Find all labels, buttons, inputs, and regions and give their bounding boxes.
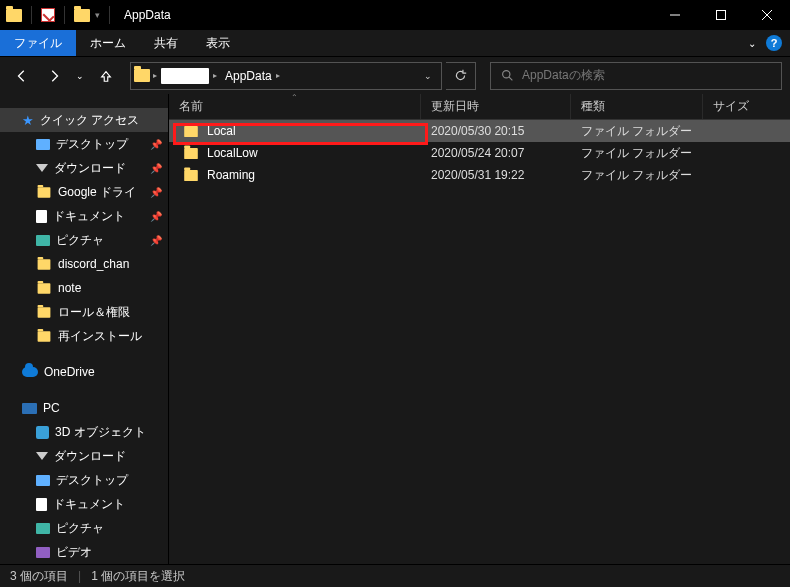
- address-dropdown-icon[interactable]: ⌄: [415, 63, 441, 89]
- file-type: ファイル フォルダー: [571, 123, 703, 140]
- pin-icon: 📌: [150, 235, 162, 246]
- column-header-date[interactable]: 更新日時: [421, 94, 571, 119]
- tab-view[interactable]: 表示: [192, 30, 244, 56]
- sidebar-pc[interactable]: PC: [0, 396, 168, 420]
- sidebar-quick-access[interactable]: ★クイック アクセス: [0, 108, 168, 132]
- status-selected: 1 個の項目を選択: [91, 568, 185, 585]
- tab-share[interactable]: 共有: [140, 30, 192, 56]
- status-count: 3 個の項目: [10, 568, 68, 585]
- sidebar-item-documents[interactable]: ドキュメント📌: [0, 204, 168, 228]
- search-input[interactable]: AppDataの検索: [490, 62, 782, 90]
- file-type: ファイル フォルダー: [571, 167, 703, 184]
- file-date: 2020/05/30 20:15: [421, 124, 571, 138]
- sidebar-onedrive[interactable]: OneDrive: [0, 360, 168, 384]
- pin-icon: 📌: [150, 163, 162, 174]
- folder-icon: [134, 69, 150, 82]
- breadcrumb-user-masked: [161, 68, 209, 84]
- back-button[interactable]: [8, 62, 36, 90]
- close-button[interactable]: [744, 0, 790, 30]
- download-icon: [36, 452, 48, 460]
- pictures-icon: [36, 235, 50, 246]
- folder-icon: [38, 259, 51, 269]
- column-header-type[interactable]: 種類: [571, 94, 703, 119]
- window-title: AppData: [124, 8, 171, 22]
- table-row[interactable]: Roaming2020/05/31 19:22ファイル フォルダー: [169, 164, 790, 186]
- sidebar-item-videos[interactable]: ビデオ: [0, 540, 168, 564]
- sidebar-item-downloads2[interactable]: ダウンロード: [0, 444, 168, 468]
- ribbon: ファイル ホーム 共有 表示 ⌄ ?: [0, 30, 790, 56]
- column-header-name[interactable]: 名前⌃: [169, 94, 421, 119]
- sidebar-item-pictures2[interactable]: ピクチャ: [0, 516, 168, 540]
- sidebar-item-downloads[interactable]: ダウンロード📌: [0, 156, 168, 180]
- svg-point-4: [503, 71, 510, 78]
- tab-file[interactable]: ファイル: [0, 30, 76, 56]
- sidebar-item-discord[interactable]: discord_chan: [0, 252, 168, 276]
- sidebar-item-gdrive[interactable]: Google ドライ📌: [0, 180, 168, 204]
- chevron-right-icon[interactable]: ▸: [276, 71, 280, 80]
- breadcrumb-segment[interactable]: AppData ▸: [221, 63, 284, 89]
- column-header-size[interactable]: サイズ: [703, 94, 790, 119]
- table-row[interactable]: LocalLow2020/05/24 20:07ファイル フォルダー: [169, 142, 790, 164]
- file-date: 2020/05/31 19:22: [421, 168, 571, 182]
- column-header-row: 名前⌃ 更新日時 種類 サイズ: [169, 94, 790, 120]
- svg-line-5: [509, 77, 512, 80]
- address-bar[interactable]: ▸ ▸ AppData ▸ ⌄: [130, 62, 442, 90]
- folder-icon: [184, 147, 198, 158]
- tab-home[interactable]: ホーム: [76, 30, 140, 56]
- sidebar-item-note[interactable]: note: [0, 276, 168, 300]
- breadcrumb-label: AppData: [225, 69, 272, 83]
- sidebar-item-3dobjects[interactable]: 3D オブジェクト: [0, 420, 168, 444]
- pin-icon: 📌: [150, 211, 162, 222]
- document-icon: [36, 210, 47, 223]
- folder-icon: [74, 9, 90, 22]
- folder-icon: [38, 331, 51, 341]
- minimize-button[interactable]: [652, 0, 698, 30]
- file-list: 名前⌃ 更新日時 種類 サイズ Local2020/05/30 20:15ファイ…: [169, 94, 790, 564]
- folder-icon: [38, 187, 51, 197]
- up-button[interactable]: [92, 62, 120, 90]
- sidebar-item-pictures[interactable]: ピクチャ📌: [0, 228, 168, 252]
- folder-icon: [38, 283, 51, 293]
- sidebar: ★クイック アクセス デスクトップ📌 ダウンロード📌 Google ドライ📌 ド…: [0, 94, 169, 564]
- sort-indicator-icon: ⌃: [291, 93, 298, 102]
- video-icon: [36, 547, 50, 558]
- chevron-right-icon[interactable]: ▸: [213, 71, 217, 80]
- folder-icon: [184, 169, 198, 180]
- 3d-icon: [36, 426, 49, 439]
- sidebar-item-desktop[interactable]: デスクトップ📌: [0, 132, 168, 156]
- ribbon-expand-icon[interactable]: ⌄: [748, 38, 756, 49]
- file-date: 2020/05/24 20:07: [421, 146, 571, 160]
- help-icon[interactable]: ?: [766, 35, 782, 51]
- sidebar-item-reinstall[interactable]: 再インストール: [0, 324, 168, 348]
- pin-icon: 📌: [150, 139, 162, 150]
- svg-rect-1: [717, 11, 726, 20]
- breadcrumb-segment[interactable]: ▸: [157, 63, 221, 89]
- folder-icon: [184, 125, 198, 136]
- file-name: Roaming: [207, 168, 255, 182]
- refresh-button[interactable]: [446, 62, 476, 90]
- pin-icon: 📌: [150, 187, 162, 198]
- maximize-button[interactable]: [698, 0, 744, 30]
- file-name: LocalLow: [207, 146, 258, 160]
- download-icon: [36, 164, 48, 172]
- sidebar-item-documents2[interactable]: ドキュメント: [0, 492, 168, 516]
- qat-dropdown-icon[interactable]: ▾: [95, 10, 100, 20]
- sidebar-item-desktop2[interactable]: デスクトップ: [0, 468, 168, 492]
- document-icon: [36, 498, 47, 511]
- navbar: ⌄ ▸ ▸ AppData ▸ ⌄ AppDataの検索: [0, 56, 790, 94]
- sidebar-item-roles[interactable]: ロール＆権限: [0, 300, 168, 324]
- pc-icon: [22, 403, 37, 414]
- folder-icon: [38, 307, 51, 317]
- table-row[interactable]: Local2020/05/30 20:15ファイル フォルダー: [169, 120, 790, 142]
- quick-access-clipboard-icon[interactable]: [41, 8, 55, 22]
- forward-button[interactable]: [40, 62, 68, 90]
- folder-icon: [6, 9, 22, 22]
- cloud-icon: [22, 367, 38, 377]
- search-placeholder: AppDataの検索: [522, 67, 605, 84]
- desktop-icon: [36, 475, 50, 486]
- recent-dropdown-icon[interactable]: ⌄: [72, 62, 88, 90]
- search-icon: [501, 69, 514, 82]
- star-icon: ★: [22, 113, 34, 128]
- desktop-icon: [36, 139, 50, 150]
- pictures-icon: [36, 523, 50, 534]
